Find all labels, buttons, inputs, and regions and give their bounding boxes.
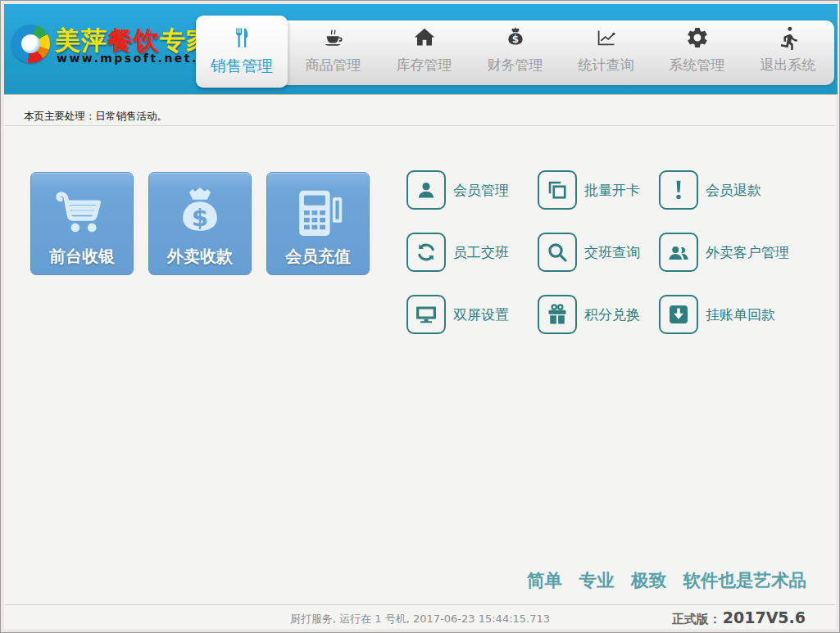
svg-text:$: $ <box>192 204 208 232</box>
refresh-icon <box>414 240 438 265</box>
customers-icon <box>666 240 691 265</box>
takeout-customer-management-button[interactable]: 外卖客户管理 <box>659 233 837 272</box>
exit-runner-icon <box>776 25 801 50</box>
page-description: 本页主要处理：日常销售活动。 <box>24 110 167 124</box>
tab-label: 统计查询 <box>579 56 634 75</box>
exclamation-icon <box>666 178 691 202</box>
version-label: 正式版： <box>672 612 721 627</box>
copy-icon <box>545 178 570 202</box>
status-bar: 厨打服务, 运行在 1 号机, 2017-06-23 15:44:15.713 … <box>5 605 835 630</box>
secondary-button-label: 挂账单回款 <box>706 305 775 324</box>
icon-box <box>406 170 446 210</box>
member-recharge-button[interactable]: 会员充值 <box>266 172 370 275</box>
app-window: 美萍餐饮专家 www.mpsoft.net.cn 商品管理 <box>0 0 840 633</box>
icon-box <box>659 233 698 272</box>
icon-box <box>406 295 446 334</box>
icon-box <box>659 170 698 210</box>
tab-label: 销售管理 <box>211 56 273 77</box>
tab-system-management[interactable]: 系统管理 <box>652 20 742 85</box>
big-button-label: 会员充值 <box>285 246 351 268</box>
search-icon <box>545 240 570 265</box>
version-info: 正式版： 2017V5.6 <box>672 608 806 627</box>
coffee-cup-icon <box>321 25 346 50</box>
icon-box <box>659 295 698 334</box>
secondary-actions-grid: 会员管理 批量开卡 <box>406 170 837 357</box>
icon-box <box>538 233 577 272</box>
svg-text:$: $ <box>511 34 518 45</box>
member-icon <box>414 178 438 202</box>
big-button-label: 外卖收款 <box>167 246 233 268</box>
icon-box <box>538 295 577 334</box>
tab-finance-management[interactable]: $ 财务管理 <box>470 20 561 85</box>
header-bar: 美萍餐饮专家 www.mpsoft.net.cn 商品管理 <box>4 4 838 95</box>
secondary-button-label: 积分兑换 <box>584 305 640 324</box>
icon-box <box>538 170 577 210</box>
money-bag-icon: $ <box>503 25 528 50</box>
fork-knife-icon <box>229 25 254 50</box>
brand-url: www.mpsoft.net.cn <box>57 52 217 65</box>
monitor-icon <box>414 302 438 327</box>
takeout-payment-button[interactable]: $ 外卖收款 <box>148 172 252 275</box>
cart-icon <box>50 183 114 246</box>
version-value: 2017V5.6 <box>723 608 806 626</box>
tab-label: 商品管理 <box>306 56 361 75</box>
tab-goods-management[interactable]: 商品管理 <box>288 20 379 85</box>
secondary-button-label: 交班查询 <box>584 243 640 262</box>
tab-statistics-query[interactable]: 统计查询 <box>561 20 652 85</box>
batch-card-button[interactable]: 批量开卡 <box>538 170 659 210</box>
money-bag-icon: $ <box>167 183 233 248</box>
brand-name-part2: 餐饮 <box>107 25 160 55</box>
member-management-button[interactable]: 会员管理 <box>406 170 538 210</box>
chart-line-icon <box>594 25 619 50</box>
tab-exit-system[interactable]: 退出系统 <box>742 20 833 85</box>
staff-shift-button[interactable]: 员工交班 <box>406 233 538 272</box>
dual-screen-settings-button[interactable]: 双屏设置 <box>406 295 538 334</box>
download-icon <box>666 302 691 327</box>
gear-icon <box>685 25 710 50</box>
tab-label: 库存管理 <box>397 56 452 75</box>
secondary-button-label: 会员管理 <box>453 181 509 200</box>
secondary-button-label: 双屏设置 <box>453 305 509 324</box>
points-redeem-button[interactable]: 积分兑换 <box>538 295 659 334</box>
secondary-button-label: 批量开卡 <box>584 181 640 200</box>
info-divider <box>5 125 835 126</box>
front-cashier-button[interactable]: 前台收银 <box>30 172 134 275</box>
tab-sales-management[interactable]: 销售管理 <box>196 16 288 88</box>
secondary-button-label: 外卖客户管理 <box>706 243 789 262</box>
tab-label: 财务管理 <box>488 56 543 75</box>
tab-label: 系统管理 <box>670 56 725 75</box>
secondary-button-label: 员工交班 <box>453 243 509 262</box>
slogan-text: 简单 专业 极致 软件也是艺术品 <box>527 568 806 592</box>
secondary-button-label: 会员退款 <box>706 181 761 200</box>
tab-label: 退出系统 <box>761 56 816 75</box>
mpsoft-logo-icon <box>11 25 50 63</box>
credit-bill-collection-button[interactable]: 挂账单回款 <box>659 295 837 334</box>
icon-box <box>406 233 446 272</box>
shift-query-button[interactable]: 交班查询 <box>538 233 659 272</box>
big-button-label: 前台收银 <box>49 246 115 268</box>
gift-icon <box>545 302 570 327</box>
home-icon <box>412 25 437 50</box>
brand-name-part1: 美萍 <box>55 25 107 55</box>
member-refund-button[interactable]: 会员退款 <box>659 170 837 210</box>
pos-terminal-icon <box>286 183 350 246</box>
tab-inventory-management[interactable]: 库存管理 <box>379 20 470 85</box>
main-tabbar: 商品管理 库存管理 $ 财务管理 <box>200 20 834 85</box>
